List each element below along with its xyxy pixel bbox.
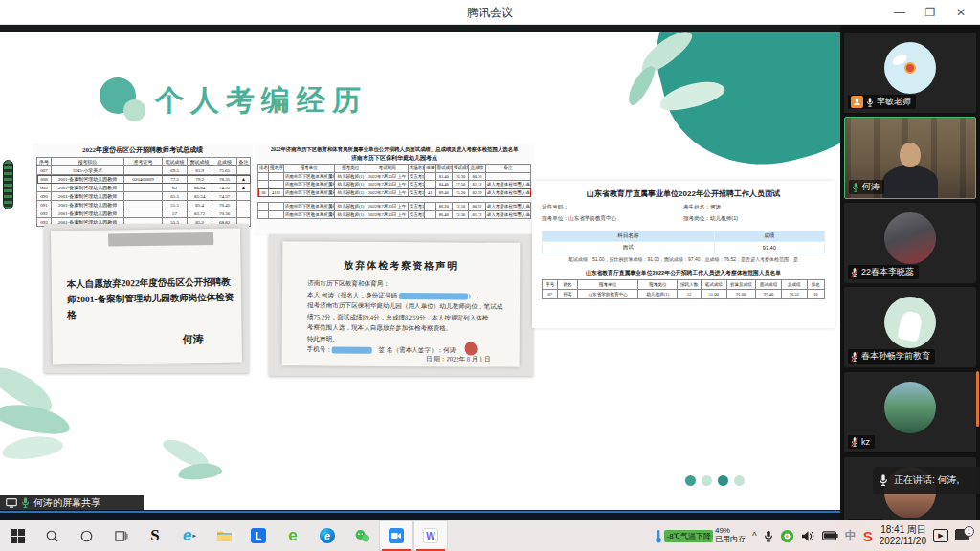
signature: 何涛 (183, 332, 204, 346)
tray-mic-icon[interactable] (764, 529, 773, 543)
tray-expand-chevron[interactable]: ^ (752, 531, 757, 541)
doc-statement-photo: 放弃体检考察资格声明 济南市历下区教育和体育局： 本人 何涛（报名人，身份证号码… (269, 234, 533, 376)
dropdown-arrow-icon: ▸ (192, 532, 196, 540)
doc-title: 2022年度岱岳区公开招聘教师考试总成绩 (36, 145, 249, 155)
ime-indicator[interactable]: 中 (845, 528, 857, 544)
search-icon (45, 529, 59, 543)
mic-icon (866, 97, 874, 108)
wps-icon: W (423, 528, 438, 543)
cortana-button[interactable] (69, 520, 103, 551)
redaction-block (332, 347, 372, 354)
muted-mic-icon (851, 267, 858, 278)
table-row: 济南市历下区教体局所属幼儿园幼儿园教师(1)2022年7月23日 上午第五考场8… (258, 181, 531, 189)
participant-name: 春本孙畅学前教育 (861, 350, 930, 363)
table-row: 0922001-备案制管理幼儿园教师5783.7270.36 (37, 209, 251, 218)
slide-logo-circle-small (123, 99, 145, 121)
table-header-row: 序号报考职位准考证号笔试成绩面试成绩总成绩备注 (37, 158, 251, 166)
taskbar-clock[interactable]: 18:41 周日 2022/11/20 (880, 524, 926, 548)
edge-button[interactable]: e (310, 520, 345, 551)
close-button[interactable]: ✕ (946, 0, 976, 25)
table-row: 0912001-备案制管理幼儿园教师55.585.470.45 (37, 201, 251, 209)
notification-count-badge: 1 (964, 526, 974, 537)
shared-window-bottom-edge (0, 511, 840, 520)
dot (734, 475, 745, 486)
table-header-row: 排名报名序号报考单位报考岗位考试时间考场名称抽签号面试成绩笔试成绩总成绩备注 (258, 165, 531, 173)
participant-tile-sunchang[interactable]: 春本孙畅学前教育 (844, 287, 976, 367)
volume-icon[interactable] (801, 530, 815, 542)
participant-tile-lixiaorui[interactable]: 22春本李晓蕊 (844, 203, 976, 283)
table-row: 济南市历下区教体局所属幼儿园幼儿园教师(1)2022年7月23日 上午第五考场8… (258, 203, 531, 211)
table-row: 0082001-备案制管理幼儿园教师02046380977.579.278.35… (37, 175, 251, 184)
file-explorer-button[interactable] (207, 520, 241, 551)
doc-subtitle: 济南市历下区保利华庭幼儿园考点 (257, 154, 531, 163)
browser-360-button[interactable]: e (276, 520, 310, 551)
tencent-meeting-icon (389, 528, 404, 543)
table-row: 面试97.40 (543, 242, 825, 253)
table-row: 0071045-小学美术69.581.975.65 (37, 166, 251, 175)
app-s-button[interactable]: S (138, 520, 172, 551)
start-button[interactable] (0, 520, 34, 551)
table-header-row: 科目名称成绩 (543, 231, 825, 242)
waiver-note-text: 本人自愿放弃2022年度岱岳区公开招聘教师2001-备案制管理幼儿园教师岗位体检… (67, 275, 240, 323)
participant-tile-hetao[interactable]: 何涛 (844, 117, 976, 199)
speaking-toast: 正在讲话: 何涛, (873, 467, 980, 494)
side-toolbar-handle[interactable] (3, 160, 13, 209)
sogou-icon[interactable]: S (863, 528, 873, 544)
wechat-button[interactable] (345, 520, 379, 551)
battery-icon[interactable] (822, 531, 838, 540)
participant-name: 何涛 (862, 181, 880, 193)
screen-share-banner[interactable]: 何涛的屏幕共享 (0, 495, 144, 511)
wechat-icon (354, 529, 370, 543)
windows-taskbar: S e▸ L e e W -8℃气温下降 49% 已用内存 ^ 中 S 18:4… (0, 520, 980, 551)
minimize-button[interactable]: — (884, 0, 915, 25)
table-header-row: 序号姓名报考单位报考岗位招聘人数笔试成绩折算后成绩面试成绩总成绩排名 (543, 280, 825, 290)
participant-tile-kz[interactable]: kz (844, 372, 976, 452)
table-row: 0902001-备案制管理幼儿园教师65.585.2474.37 (37, 192, 251, 201)
doc-daiyue-score-table: 2022年度岱岳区公开招聘教师考试总成绩 序号报考职位准考证号笔试成绩面试成绩总… (33, 143, 253, 228)
statement-title: 放弃体检考察资格声明 (282, 258, 520, 274)
participant-tile-limin[interactable]: 李敏老师 (844, 33, 976, 113)
tencent-meeting-button[interactable] (379, 520, 413, 551)
internet-explorer-button[interactable]: e▸ (172, 520, 207, 551)
windows-logo-icon (11, 529, 25, 543)
media-panel-icon[interactable]: ▶ (933, 529, 948, 542)
doc-title: 2022年济南市历下区教育和体育局所属事业单位公开招聘人员面试成绩、总成绩及进入… (257, 146, 531, 153)
maximize-button[interactable]: ❐ (915, 0, 946, 25)
wps-button[interactable]: W (413, 520, 448, 551)
mic-icon (879, 474, 888, 487)
doc-jinan-result-table: 2022年济南市历下区教育和体育局所属事业单位公开招聘人员面试成绩、总成绩及进入… (255, 144, 534, 236)
tray-360-icon[interactable] (780, 529, 794, 543)
table-row: 87何涛山东省学前教育中心幼儿教师(1)1251.0091.0097.4076.… (543, 290, 825, 299)
speaking-toast-text: 正在讲话: 何涛, (894, 474, 959, 487)
app-s-icon: S (150, 526, 159, 545)
participant-name: 李敏老师 (877, 96, 911, 108)
meeting-main-area: 个人考编经历 2022年度岱岳区公开招聘教师考试总成绩 序号报考职位准考证号笔试… (0, 25, 980, 520)
active-mic-icon (21, 496, 30, 509)
screen-share-icon (6, 498, 17, 508)
table-row: 济南市历下区教体局所属幼儿园幼儿园教师(1)2022年7月23日 上午第五考场8… (258, 210, 531, 219)
slide-title: 个人考编经历 (155, 81, 368, 121)
window-titlebar: 腾讯会议 — ❐ ✕ (0, 0, 980, 25)
participant-name: kz (861, 437, 870, 447)
participant-name: 22春本李晓蕊 (861, 266, 914, 278)
app-l-button[interactable]: L (241, 520, 276, 551)
cortana-icon (79, 529, 94, 543)
search-button[interactable] (34, 520, 69, 551)
participant-video-face (900, 143, 921, 167)
slide-pagination-dots (685, 475, 745, 486)
action-center-button[interactable]: 1 (955, 527, 974, 544)
avatar (884, 297, 936, 348)
participants-sidebar: 李敏老师 何涛 22春本李晓蕊 春本孙畅学前教育 (840, 25, 980, 520)
muted-mic-icon (851, 436, 858, 448)
screen-share-label: 何涛的屏幕共享 (33, 496, 100, 510)
weather-memory-widget[interactable]: -8℃气温下降 49% 已用内存 (655, 527, 746, 544)
muted-mic-icon (851, 351, 858, 363)
participant-video-body (882, 165, 938, 198)
temperature-chip: -8℃气温下降 (664, 530, 713, 542)
avatar (884, 42, 936, 94)
task-view-button[interactable] (103, 520, 138, 551)
task-view-icon (114, 529, 128, 543)
doc-title: 山东省教育厅直属事业单位2022年公开招聘工作人员面试 (542, 188, 825, 199)
table-row: 济南市历下区教体局所属幼儿园幼儿园教师(1)2022年7月23日 上午第五考场8… (258, 172, 531, 181)
sidebar-scrollbar[interactable] (976, 371, 979, 427)
